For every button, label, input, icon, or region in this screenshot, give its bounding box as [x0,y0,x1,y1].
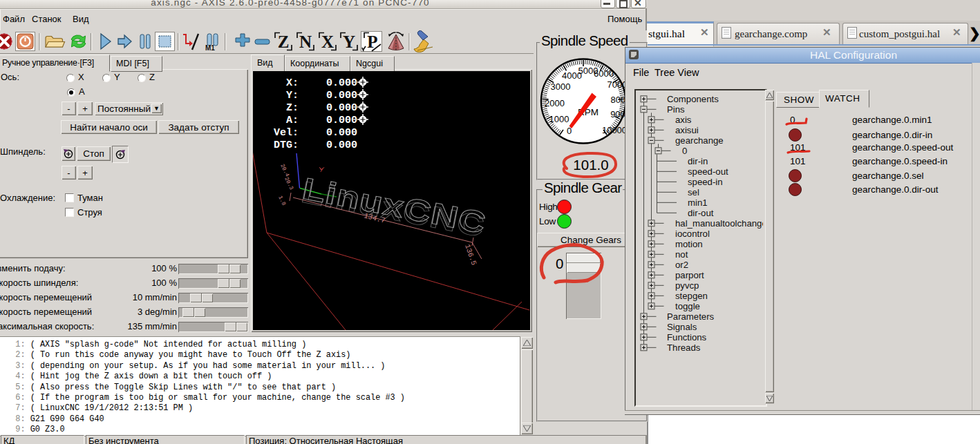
svg-text:axis: axis [675,115,692,125]
svg-text:0: 0 [682,146,687,156]
svg-text:pyvcp: pyvcp [675,280,699,291]
svg-text:Threads: Threads [667,342,701,353]
svg-text:Signals: Signals [667,322,697,332]
svg-text:gearchange: gearchange [675,135,724,146]
svg-text:toggle: toggle [675,301,700,311]
svg-text:Pins: Pins [667,104,685,115]
svg-text:A:: A: [286,115,299,126]
svg-text:0.000: 0.000 [326,90,357,102]
svg-text:parport: parport [675,270,704,280]
svg-text:3000: 3000 [551,81,571,92]
svg-text:X:: X: [286,77,299,89]
svg-text:speed-out: speed-out [688,166,728,177]
svg-text:N: N [299,32,312,51]
svg-text:X: X [321,32,334,51]
svg-text:Z: Z [278,32,290,51]
svg-text:136.5: 136.5 [463,243,478,267]
svg-text:6000: 6000 [594,68,614,79]
svg-text:Functions: Functions [667,332,707,342]
svg-text:not: not [675,249,688,260]
svg-text:dir-in: dir-in [688,156,708,166]
svg-text:Y:: Y: [286,90,299,102]
svg-text:Parameters: Parameters [667,311,715,322]
svg-text:1000: 1000 [549,114,569,124]
svg-text:iocontrol: iocontrol [675,229,710,239]
svg-text:min1: min1 [688,197,708,208]
svg-text:LinuxCNC: LinuxCNC [300,171,489,240]
svg-text:0.000: 0.000 [326,77,357,89]
svg-text:0.000: 0.000 [326,115,357,126]
svg-text:or2: or2 [675,260,688,270]
svg-text:Y: Y [343,32,355,51]
svg-text:0.000: 0.000 [326,127,357,139]
svg-text:Vel:: Vel: [274,127,299,139]
svg-text:speed-in: speed-in [688,177,723,187]
svg-text:hal_manualtoolchange: hal_manualtoolchange [675,218,763,229]
svg-text:0.000: 0.000 [326,102,357,114]
svg-text:2000: 2000 [545,98,565,108]
svg-text:20.3: 20.3 [283,176,295,191]
svg-text:stepgen: stepgen [675,291,708,301]
svg-text:axisui: axisui [675,125,699,135]
svg-text:sel: sel [688,187,699,197]
svg-text:dir-out: dir-out [688,208,714,218]
svg-text:motion: motion [675,239,703,249]
svg-text:0.000: 0.000 [326,139,357,151]
svg-text:DTG:: DTG: [274,139,299,151]
svg-text:M1: M1 [205,44,215,52]
svg-text:Z:: Z: [286,102,299,114]
svg-text:1.8: 1.8 [277,195,287,206]
svg-text:Components: Components [667,94,719,104]
svg-text:10000: 10000 [602,125,627,135]
